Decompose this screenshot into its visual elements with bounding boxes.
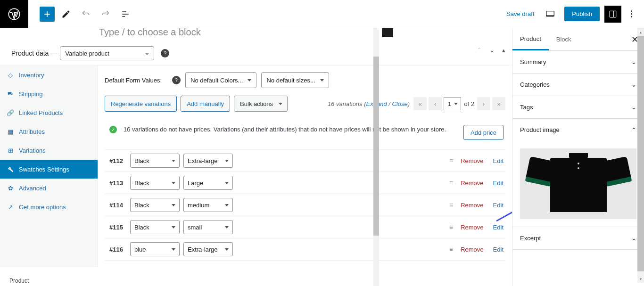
edit-icon[interactable] xyxy=(58,6,74,23)
page-select[interactable]: 1 xyxy=(444,97,461,110)
panel-down-icon[interactable]: ⌄ xyxy=(489,47,495,54)
tab-swatches-settings[interactable]: Swatches Settings xyxy=(0,160,98,179)
default-form-label: Default Form Values: xyxy=(105,77,162,84)
wordpress-logo[interactable] xyxy=(0,0,28,28)
regenerate-variations-button[interactable]: Regenerate variations xyxy=(105,96,177,112)
page-first-button[interactable]: « xyxy=(413,97,427,110)
edit-link[interactable]: Edit xyxy=(493,157,504,164)
paragraph-block-icon[interactable] xyxy=(382,28,393,37)
variation-color-select[interactable]: Black xyxy=(130,220,180,234)
svg-rect-2 xyxy=(610,11,616,17)
edit-link[interactable]: Edit xyxy=(493,202,504,209)
notice-text: 16 variations do not have prices. Variat… xyxy=(124,125,457,134)
variation-row[interactable]: #116 blue Extra-large ≡ Remove Edit xyxy=(105,238,505,261)
tab-get-more[interactable]: ↗Get more options xyxy=(0,197,98,216)
variation-size-select[interactable]: medium xyxy=(183,198,233,212)
preview-icon[interactable] xyxy=(542,6,559,23)
product-data-tabs: ◇Inventory Shipping 🔗Linked Products ▦At… xyxy=(0,65,98,267)
variation-color-select[interactable]: blue xyxy=(130,242,180,256)
variation-size-select[interactable]: Large xyxy=(183,176,233,190)
help-icon[interactable]: ? xyxy=(172,76,181,84)
sidebar-tab-product[interactable]: Product xyxy=(512,28,549,50)
remove-link[interactable]: Remove xyxy=(461,246,483,253)
product-image-preview[interactable] xyxy=(520,148,636,219)
tab-linked-products[interactable]: 🔗Linked Products xyxy=(0,103,98,122)
drag-handle-icon[interactable]: ≡ xyxy=(449,179,452,187)
panel-up-icon[interactable]: ⌃ xyxy=(477,47,482,54)
remove-link[interactable]: Remove xyxy=(461,224,483,231)
tab-variations[interactable]: ⊞Variations xyxy=(0,141,98,160)
page-last-button[interactable]: » xyxy=(492,97,505,110)
editor-scrollbar[interactable] xyxy=(373,28,379,286)
variation-size-select[interactable]: small xyxy=(183,220,233,234)
page-prev-button[interactable]: ‹ xyxy=(429,97,442,110)
gear-icon: ✿ xyxy=(7,184,14,192)
price-notice: ✓ 16 variations do not have prices. Vari… xyxy=(105,118,505,150)
block-placeholder-hint: Type / to choose a block xyxy=(99,28,201,38)
edit-link[interactable]: Edit xyxy=(493,224,504,231)
drag-handle-icon[interactable]: ≡ xyxy=(449,157,452,164)
tab-inventory[interactable]: ◇Inventory xyxy=(0,65,98,84)
default-color-select[interactable]: No default Colors... xyxy=(185,72,256,88)
undo-icon[interactable] xyxy=(77,6,94,23)
variations-panel: ⌃ ⌄ ▴ Default Form Values:? No default C… xyxy=(98,65,512,267)
product-data-header: Product data — Variable product ? xyxy=(0,42,512,64)
variation-size-select[interactable]: Extra-large xyxy=(183,154,233,168)
variation-size-select[interactable]: Extra-large xyxy=(183,242,233,256)
section-categories[interactable]: Categories⌄ xyxy=(512,74,644,96)
remove-link[interactable]: Remove xyxy=(461,180,483,187)
product-type-select[interactable]: Variable product xyxy=(60,46,154,60)
save-draft-button[interactable]: Save draft xyxy=(506,10,534,17)
variation-color-select[interactable]: Black xyxy=(130,154,180,168)
variation-row[interactable]: #114 Black medium ≡ Remove Edit xyxy=(105,194,505,216)
chevron-up-icon: ⌄ xyxy=(631,126,636,133)
page-scrollbar[interactable]: ▴ ▾ xyxy=(637,28,644,283)
redo-icon[interactable] xyxy=(97,6,114,23)
tab-shipping[interactable]: Shipping xyxy=(0,84,98,103)
page-next-button[interactable]: › xyxy=(477,97,490,110)
default-size-select[interactable]: No default sizes... xyxy=(261,72,329,88)
chevron-down-icon: ⌄ xyxy=(631,58,636,65)
tab-attributes[interactable]: ▦Attributes xyxy=(0,122,98,141)
chevron-down-icon: ⌄ xyxy=(631,104,636,111)
wrench-icon xyxy=(7,165,14,173)
remove-link[interactable]: Remove xyxy=(461,202,483,209)
add-block-button[interactable]: + xyxy=(40,7,55,22)
add-price-button[interactable]: Add price xyxy=(463,125,504,140)
edit-link[interactable]: Edit xyxy=(493,180,504,187)
document-outline-icon[interactable] xyxy=(117,6,134,23)
variation-color-select[interactable]: Black xyxy=(130,176,180,190)
section-tags[interactable]: Tags⌄ xyxy=(512,96,644,119)
variation-color-select[interactable]: Black xyxy=(130,198,180,212)
variation-id: #113 xyxy=(109,180,126,187)
drag-handle-icon[interactable]: ≡ xyxy=(449,201,452,209)
edit-link[interactable]: Edit xyxy=(493,246,504,253)
shipping-icon xyxy=(7,90,14,98)
tab-advanced[interactable]: ✿Advanced xyxy=(0,179,98,197)
footer-status: Product xyxy=(0,276,38,286)
variations-icon: ⊞ xyxy=(7,147,14,154)
section-excerpt[interactable]: Excerpt⌄ xyxy=(512,227,644,250)
panel-toggle-icon[interactable]: ▴ xyxy=(502,47,505,54)
variation-row[interactable]: #115 Black small ≡ Remove Edit xyxy=(105,216,505,238)
variations-pagination: 16 variations (Expand / Close) « ‹ 1 of … xyxy=(328,97,505,110)
close-link[interactable]: Close xyxy=(392,100,407,107)
remove-link[interactable]: Remove xyxy=(461,157,483,164)
bulk-actions-select[interactable]: Bulk actions xyxy=(234,96,288,112)
publish-button[interactable]: Publish xyxy=(564,7,600,21)
sidebar-tab-block[interactable]: Block xyxy=(549,28,579,50)
more-options-button[interactable] xyxy=(624,6,638,23)
section-summary[interactable]: Summary⌄ xyxy=(512,51,644,74)
settings-sidebar: Product Block ✕ Summary⌄ Categories⌄ Tag… xyxy=(512,28,644,286)
variation-row[interactable]: #112 Black Extra-large ≡ Remove Edit xyxy=(105,150,505,172)
variation-id: #114 xyxy=(109,202,126,209)
drag-handle-icon[interactable]: ≡ xyxy=(449,245,452,253)
variation-id: #112 xyxy=(109,157,126,164)
help-icon[interactable]: ? xyxy=(161,49,169,57)
link-icon: 🔗 xyxy=(7,109,14,116)
settings-panel-toggle[interactable] xyxy=(604,6,621,23)
drag-handle-icon[interactable]: ≡ xyxy=(449,223,452,231)
variation-row[interactable]: #113 Black Large ≡ Remove Edit xyxy=(105,172,505,194)
section-product-image[interactable]: Product image⌄ xyxy=(512,119,644,141)
add-manually-button[interactable]: Add manually xyxy=(181,96,230,112)
